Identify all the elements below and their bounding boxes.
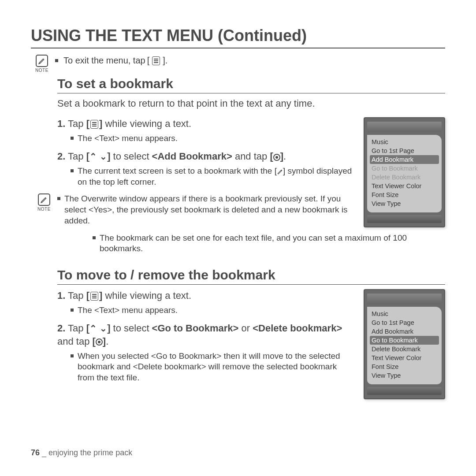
exit-note-text: To exit the menu, tap [ ].	[55, 55, 167, 66]
bullet-icon	[55, 59, 58, 62]
menu-item: Delete Bookmark	[367, 173, 442, 182]
exit-note-row: NOTE To exit the menu, tap [ ].	[33, 55, 445, 73]
note-badge: NOTE	[35, 193, 53, 212]
step-2-sub: When you selected <Go to Bookmark> then …	[71, 351, 355, 383]
select-icon	[96, 338, 103, 346]
menu-item: Add Bookmark	[367, 327, 442, 336]
menu-item: Text Viewer Color	[367, 182, 442, 190]
select-icon	[273, 154, 280, 161]
menu-item: Go to Bookmark	[370, 336, 439, 345]
step-2: 2. Tap [⌃ ⌄] to select <Add Bookmark> an…	[57, 150, 355, 163]
menu-item: View Type	[367, 371, 442, 380]
section-heading: To set a bookmark	[57, 76, 445, 93]
page-footer: 76 _ enjoying the prime pack	[31, 448, 132, 457]
menu-item: Add Bookmark	[370, 155, 439, 164]
step-2: 2. Tap [⌃ ⌄] to select <Go to Bookmark> …	[57, 322, 355, 348]
note-group: NOTE The Overwrite window appears if the…	[57, 193, 355, 232]
bracket: [	[147, 56, 150, 66]
step-2-sub-a: The current text screen is set to a book…	[71, 166, 355, 187]
bracket: ].	[163, 56, 167, 66]
menu-button-icon	[90, 292, 98, 301]
note-badge: NOTE	[33, 55, 51, 73]
section-heading: To move to / remove the bookmark	[57, 268, 445, 285]
note-icon	[38, 193, 50, 206]
menu-item: Go to 1st Page	[367, 318, 442, 327]
note-icon	[36, 55, 48, 67]
page-title: USING THE TEXT MENU (Continued)	[31, 26, 445, 48]
bookmark-symbol-icon	[277, 168, 283, 175]
page-number: 76	[31, 448, 40, 457]
section-move-remove: To move to / remove the bookmark 1. Tap …	[57, 268, 445, 399]
menu-item: Music	[367, 309, 442, 318]
menu-item: Text Viewer Color	[367, 353, 442, 362]
menu-item: Go to Bookmark	[367, 164, 442, 173]
menu-item: Delete Bookmark	[367, 345, 442, 353]
step-1: 1. Tap [] while viewing a text.	[57, 117, 355, 130]
section-set-bookmark: To set a bookmark Set a bookmark to retu…	[57, 76, 445, 254]
menu-button-icon	[152, 56, 160, 65]
menu-item: Font Size	[367, 362, 442, 371]
device-mockup-b: MusicGo to 1st PageAdd BookmarkGo to Boo…	[364, 289, 445, 399]
device-mockup-a: MusicGo to 1st PageAdd BookmarkGo to Boo…	[364, 117, 445, 227]
section-intro: Set a bookmark to return to that point i…	[57, 98, 445, 109]
menu-item: Font Size	[367, 190, 442, 199]
menu-item: Music	[367, 138, 442, 146]
exit-text: To exit the menu, tap	[63, 56, 145, 66]
note-label: NOTE	[37, 207, 51, 212]
menu-button-icon	[90, 120, 98, 129]
menu-item: View Type	[367, 199, 442, 208]
step-1-sub: The <Text> menu appears.	[71, 133, 355, 144]
menu-item: Go to 1st Page	[367, 146, 442, 155]
footer-chapter: enjoying the prime pack	[48, 448, 132, 457]
note-sub-2: The bookmark can be set one for each tex…	[93, 233, 445, 254]
note-sub-1: The Overwrite window appears if there is…	[57, 193, 355, 226]
note-label: NOTE	[35, 68, 48, 73]
step-1-sub: The <Text> menu appears.	[71, 305, 355, 316]
step-1: 1. Tap [] while viewing a text.	[57, 289, 355, 302]
